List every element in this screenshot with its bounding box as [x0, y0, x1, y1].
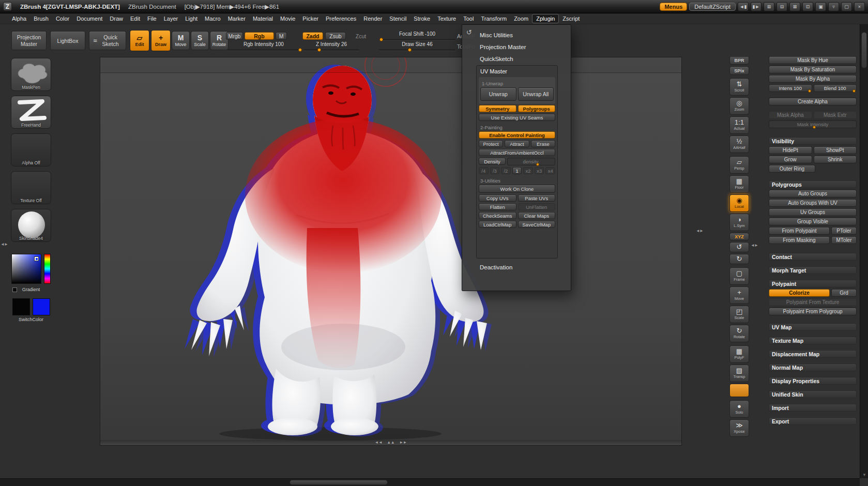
rgb-button[interactable]: Rgb [245, 32, 274, 40]
menu-macro[interactable]: Macro [201, 14, 224, 23]
menu-restore-icon[interactable]: ↺ [466, 28, 472, 36]
tray-scroll-left-icon[interactable]: ◄▮ [738, 2, 749, 11]
density-slider[interactable]: density. [507, 158, 555, 165]
loadctrlmap-button[interactable]: LoadCtrlMap [479, 221, 516, 228]
m-button[interactable]: M [276, 32, 287, 40]
import-document-icon[interactable]: ⊠ [789, 2, 800, 11]
grd-button[interactable]: Grd [831, 289, 857, 297]
uv-map-section[interactable]: UV Map [769, 323, 857, 331]
export-section[interactable]: Export [769, 417, 857, 425]
lightbox-button[interactable]: LightBox [50, 31, 85, 50]
auto-groups-with-uv-button[interactable]: Auto Groups With UV [769, 199, 857, 207]
menu-transform[interactable]: Transform [477, 14, 510, 23]
menu-stencil[interactable]: Stencil [386, 14, 410, 23]
attract-from-ambient-occlusion-button[interactable]: AttractFromAmbientOccl [479, 149, 555, 156]
alpha-selector[interactable]: Alpha Off [11, 133, 51, 166]
zoom-button[interactable]: ◎Zoom [729, 97, 749, 115]
menu-draw[interactable]: Draw [106, 14, 127, 23]
focal-shift-slider[interactable]: Focal Shift -100 [378, 31, 456, 41]
color-picker[interactable] [11, 254, 51, 286]
menu-alpha[interactable]: Alpha [8, 14, 30, 23]
canvas-scroll-arrows[interactable]: ◄◄ ▲▲ ►► [375, 440, 407, 445]
density-1-button[interactable]: 1 [512, 167, 522, 174]
menu-brush[interactable]: Brush [30, 14, 52, 23]
protect-button[interactable]: Protect [479, 140, 503, 147]
default-zscript-button[interactable]: DefaultZScript [689, 3, 736, 11]
copy-uvs-button[interactable]: Copy UVs [479, 194, 516, 202]
rgb-intensity-slider[interactable]: Rgb Intensity 100 [226, 41, 301, 52]
quick-sketch-button[interactable]: ≈ Quick Sketch [89, 31, 126, 50]
tray-scroll-right-icon[interactable]: ▮► [751, 2, 762, 11]
import-section[interactable]: Import [769, 404, 857, 412]
slider-handle[interactable] [298, 48, 302, 52]
grow-button[interactable]: Grow [769, 156, 812, 163]
mrgb-button[interactable]: Mrgb [226, 32, 243, 40]
density-div3-button[interactable]: /3 [490, 167, 500, 174]
create-alpha-button[interactable]: Create Alpha [769, 98, 857, 105]
export-document-icon[interactable]: ⊡ [802, 2, 813, 11]
draw-size-slider[interactable]: Draw Size 46 [378, 41, 456, 52]
color-sv-square[interactable] [11, 254, 41, 284]
ptolerance-slider[interactable]: PToler [831, 227, 857, 235]
copy-document-icon[interactable]: ⊞ [764, 2, 774, 11]
menu-document[interactable]: Document [73, 14, 106, 23]
hidept-button[interactable]: HidePt [769, 146, 812, 154]
density-x2-button[interactable]: x2 [523, 167, 533, 174]
canvas-scroll-left-icon[interactable]: ◄◄ [375, 440, 383, 445]
left-tray-divider[interactable]: ◄► [1, 242, 8, 247]
hue-strip[interactable] [44, 254, 51, 284]
canvas-tray-divider[interactable]: ◄► [696, 229, 703, 233]
slider-handle[interactable] [852, 89, 856, 93]
zoom-window-icon[interactable]: ▢ [841, 2, 852, 11]
deactivation-item[interactable]: Deactivation [480, 264, 512, 270]
polygroups-section[interactable]: Polygroups [769, 180, 857, 188]
spin-right-button[interactable]: ↻ [729, 254, 749, 264]
polyframe-button[interactable]: ▦PolyF [729, 345, 749, 363]
document-canvas[interactable]: ◄◄ ▲▲ ►► [100, 57, 682, 446]
menu-picker[interactable]: Picker [299, 14, 322, 23]
unwrap-button[interactable]: Unwrap [480, 87, 516, 101]
menu-light[interactable]: Light [181, 14, 201, 23]
slider-handle[interactable] [317, 48, 321, 52]
misc-utilities-item[interactable]: Misc Utilities [480, 32, 513, 38]
display-properties-section[interactable]: Display Properties [769, 377, 857, 385]
slider-handle[interactable] [408, 48, 412, 52]
density-div2-button[interactable]: /2 [501, 167, 511, 174]
colorize-button[interactable]: Colorize [769, 289, 830, 297]
enable-control-painting-button[interactable]: Enable Control Painting [479, 131, 555, 139]
menu-render[interactable]: Render [360, 14, 386, 23]
z-intensity-slider[interactable]: Z Intensity 26 [302, 41, 360, 52]
zadd-button[interactable]: Zadd [302, 32, 323, 40]
intens-slider[interactable]: Intens 100 [769, 84, 812, 92]
shrink-button[interactable]: Shrink [814, 156, 857, 163]
ghost-button[interactable] [729, 384, 749, 397]
menu-edit[interactable]: Edit [127, 14, 144, 23]
auto-groups-button[interactable]: Auto Groups [769, 190, 857, 198]
menu-texture[interactable]: Texture [434, 14, 460, 23]
density-div4-button[interactable]: /4 [479, 167, 489, 174]
minimize-icon[interactable]: ▿ [828, 2, 839, 11]
lsym-button[interactable]: ◑L.Sym [729, 214, 749, 231]
floor-button[interactable]: ▦Floor [729, 175, 749, 193]
local-button[interactable]: ◉Local [729, 194, 749, 212]
aahalf-button[interactable]: ½AAHalf [729, 135, 749, 153]
menu-zplugin[interactable]: Zplugin [532, 14, 559, 23]
density-x3-button[interactable]: x3 [535, 167, 544, 174]
scale-3d-button[interactable]: ◰Scale [729, 306, 749, 323]
blend-slider[interactable]: Blend 100 [814, 84, 857, 92]
mtolerance-slider[interactable]: MToler [831, 236, 857, 244]
group-visible-button[interactable]: Group Visible [769, 218, 857, 225]
mask-by-hue-button[interactable]: Mask By Hue [769, 56, 857, 64]
visibility-section[interactable]: Visibility [769, 137, 857, 145]
unified-skin-section[interactable]: Unified Skin [769, 390, 857, 398]
slider-handle[interactable] [536, 163, 539, 166]
texture-map-section[interactable]: Texture Map [769, 337, 857, 344]
draw-button[interactable]: + Draw [151, 30, 171, 51]
menu-color[interactable]: Color [52, 14, 73, 23]
bottom-scrollbar-handle[interactable] [290, 480, 388, 485]
polygroups-button[interactable]: Polygroups [518, 105, 556, 112]
bpr-button[interactable]: BPR [729, 56, 749, 65]
lock-icon[interactable]: ▣ [815, 2, 826, 11]
right-scrollbar[interactable]: ▲ ▼ [860, 13, 868, 478]
stroke-selector[interactable]: FreeHand [11, 96, 51, 129]
